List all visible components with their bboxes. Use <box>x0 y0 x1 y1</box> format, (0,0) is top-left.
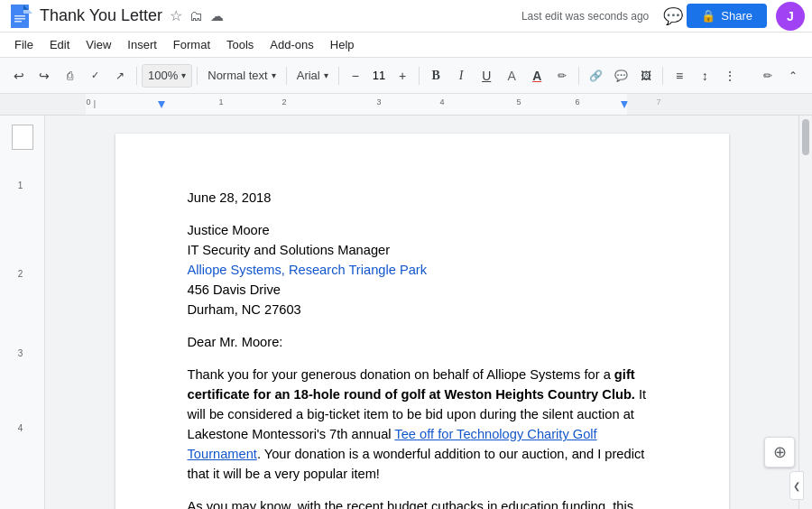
menu-insert[interactable]: Insert <box>120 35 164 54</box>
comment-button[interactable]: 💬 <box>609 64 632 88</box>
document-canvas[interactable]: June 28, 2018 Justice Moore IT Security … <box>45 116 798 509</box>
menu-tools[interactable]: Tools <box>219 35 261 54</box>
menu-view[interactable]: View <box>78 35 118 54</box>
left-sidebar: 1 2 3 4 <box>0 116 45 509</box>
underline-button[interactable]: U <box>475 64 498 88</box>
menu-addons[interactable]: Add-ons <box>263 35 320 54</box>
style-dropdown[interactable]: Normal text ▾ <box>202 64 281 88</box>
highlight-button[interactable]: ✏ <box>550 64 574 88</box>
toolbar-separator-4 <box>338 67 339 85</box>
svg-rect-5 <box>14 15 25 17</box>
svg-rect-6 <box>14 18 25 20</box>
svg-text:6: 6 <box>575 97 579 106</box>
addressee-street: 456 Davis Drive <box>188 280 657 300</box>
ruler-svg: | 0 1 2 3 4 5 6 7 <box>0 94 812 115</box>
bold-button[interactable]: B <box>424 64 448 88</box>
toolbar: ↩ ↪ ⎙ ✓ ↗ 100% ▾ Normal text ▾ Arial ▾ −… <box>0 58 812 94</box>
scrollbar-thumb[interactable] <box>802 119 809 155</box>
editing-mode-button[interactable]: ✏ <box>756 64 780 88</box>
star-icon[interactable]: ☆ <box>170 7 182 24</box>
font-size-decrease-button[interactable]: − <box>344 64 367 88</box>
toolbar-separator-6 <box>578 67 579 85</box>
image-button[interactable]: 🖼 <box>634 64 658 88</box>
undo-button[interactable]: ↩ <box>7 64 31 88</box>
menu-edit[interactable]: Edit <box>42 35 77 54</box>
cloud-icon[interactable]: ☁ <box>210 8 224 24</box>
svg-text:5: 5 <box>516 97 521 106</box>
svg-rect-20 <box>627 94 812 115</box>
svg-text:4: 4 <box>439 97 444 106</box>
page-thumbnail <box>12 125 33 150</box>
svg-text:2: 2 <box>281 97 286 106</box>
line-num-2: 2 <box>18 262 23 287</box>
folder-icon[interactable]: 🗂 <box>189 8 203 23</box>
user-avatar[interactable]: J <box>776 2 805 31</box>
letter-salutation: Dear Mr. Moore: <box>188 332 657 352</box>
svg-rect-7 <box>14 21 22 23</box>
toolbar-separator-7 <box>662 67 663 85</box>
spellcheck-button[interactable]: ✓ <box>83 64 106 88</box>
addressee-name: Justice Moore <box>188 220 657 240</box>
main-area: 1 2 3 4 June 28, 2018 Justice Moore IT S… <box>0 116 812 509</box>
share-button[interactable]: 🔒 Share <box>687 4 767 28</box>
toolbar-separator-3 <box>286 67 287 85</box>
line-num-3: 3 <box>18 341 23 366</box>
paint-format-button[interactable]: ↗ <box>108 64 132 88</box>
svg-rect-19 <box>0 94 86 115</box>
chat-button[interactable]: 💬 <box>660 3 687 30</box>
addressee-city: Durham, NC 27603 <box>188 300 657 319</box>
ruler: | 0 1 2 3 4 5 6 7 <box>0 94 812 116</box>
strikethrough-button[interactable]: A <box>500 64 523 88</box>
toolbar-separator-1 <box>136 67 137 85</box>
link-button[interactable]: 🔗 <box>584 64 607 88</box>
letter-paragraph-1: Thank you for your generous donation on … <box>188 365 657 484</box>
svg-marker-9 <box>621 101 628 108</box>
svg-marker-8 <box>158 101 165 108</box>
align-button[interactable]: ≡ <box>668 64 691 88</box>
title-action-icons: ☆ 🗂 ☁ <box>170 7 224 24</box>
line-num-4: 4 <box>18 416 23 441</box>
document-page: June 28, 2018 Justice Moore IT Security … <box>115 134 729 509</box>
letter-address: Justice Moore IT Security and Solutions … <box>188 220 657 319</box>
toolbar-separator-5 <box>419 67 420 85</box>
svg-text:3: 3 <box>376 97 381 106</box>
letter-date: June 28, 2018 <box>188 188 657 208</box>
menu-help[interactable]: Help <box>323 35 362 54</box>
google-docs-icon <box>7 4 32 29</box>
menu-file[interactable]: File <box>7 35 41 54</box>
text-color-button[interactable]: A <box>525 64 549 88</box>
font-dropdown[interactable]: Arial ▾ <box>291 64 334 88</box>
menu-bar: File Edit View Insert Format Tools Add-o… <box>0 32 812 58</box>
addressee-title: IT Security and Solutions Manager <box>188 240 657 260</box>
doc-title: Thank You Letter <box>40 6 162 25</box>
addressee-company: Alliope Systems, Research Triangle Park <box>188 260 657 280</box>
title-bar: Thank You Letter ☆ 🗂 ☁ Last edit was sec… <box>0 0 812 32</box>
fab-explore-button[interactable]: ⊕ <box>764 437 795 467</box>
letter-paragraph-2: As you may know, with the recent budget … <box>188 496 657 509</box>
svg-text:1: 1 <box>218 97 223 106</box>
toolbar-separator-2 <box>197 67 198 85</box>
collapse-panel-button[interactable]: ❮ <box>789 471 804 500</box>
svg-text:|: | <box>94 99 96 108</box>
more-options-button[interactable]: ⋮ <box>718 64 742 88</box>
font-size-value: 11 <box>369 69 389 82</box>
edit-time: Last edit was seconds ago <box>521 10 649 23</box>
svg-text:0: 0 <box>86 97 90 106</box>
zoom-dropdown[interactable]: 100% ▾ <box>142 64 192 88</box>
caret-button[interactable]: ⌃ <box>781 64 805 88</box>
line-num-1: 1 <box>18 173 23 199</box>
font-size-increase-button[interactable]: + <box>391 64 414 88</box>
redo-button[interactable]: ↪ <box>32 64 56 88</box>
right-scrollbar[interactable]: ⊕ ❮ <box>798 116 812 509</box>
italic-button[interactable]: I <box>449 64 473 88</box>
share-lock-icon: 🔒 <box>701 9 715 23</box>
print-button[interactable]: ⎙ <box>58 64 81 88</box>
menu-format[interactable]: Format <box>166 35 217 54</box>
line-spacing-button[interactable]: ↕ <box>693 64 716 88</box>
